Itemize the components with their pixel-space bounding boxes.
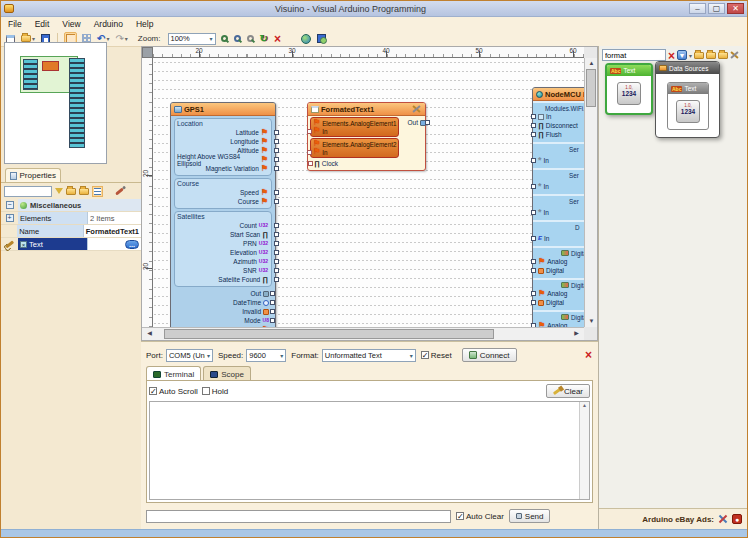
- checkbox-checked[interactable]: ✓: [421, 351, 429, 359]
- pin-row[interactable]: Analog: [533, 289, 584, 298]
- pin-row[interactable]: DateTime: [174, 298, 269, 307]
- property-row-name[interactable]: Name FormatedText1: [1, 225, 141, 238]
- pin-row[interactable]: In: [533, 208, 584, 217]
- pin-row[interactable]: Speed: [177, 188, 268, 197]
- zoom-original-button[interactable]: [246, 34, 255, 43]
- pin-icon[interactable]: [115, 187, 124, 195]
- pin-row[interactable]: In: [313, 148, 396, 156]
- scroll-left-arrow[interactable]: ◀: [144, 328, 155, 339]
- refresh-button[interactable]: [259, 33, 269, 45]
- pin-row[interactable]: SNR: [177, 266, 268, 275]
- pin-row[interactable]: Longitude: [177, 137, 268, 146]
- pin-connector[interactable]: [531, 291, 536, 296]
- clear-button[interactable]: Clear: [546, 384, 590, 398]
- pin-connector[interactable]: [531, 268, 536, 273]
- pin-row[interactable]: Digital: [533, 266, 584, 275]
- pin-connector[interactable]: [274, 232, 279, 237]
- pin-row[interactable]: Satelite Found: [177, 275, 268, 284]
- scrollbar-thumb[interactable]: [164, 329, 494, 339]
- palette-item-text[interactable]: Abc Text 1.0, 1234: [667, 82, 709, 130]
- properties-search-input[interactable]: [4, 186, 52, 197]
- pin-connector[interactable]: [274, 166, 279, 171]
- collapse-all-icon[interactable]: [79, 188, 89, 195]
- palette-result-text[interactable]: Abc Text 1.0, 1234: [605, 63, 653, 115]
- hold-checkbox[interactable]: Hold: [202, 387, 228, 396]
- pin-connector[interactable]: [274, 250, 279, 255]
- pin-connector[interactable]: [531, 210, 536, 215]
- categories-toggle-icon[interactable]: [92, 186, 103, 197]
- pin-row[interactable]: Course: [177, 197, 268, 206]
- pin-row[interactable]: Analog: [533, 257, 584, 266]
- scrollbar-thumb[interactable]: [586, 69, 596, 107]
- pin-row[interactable]: Flush: [533, 130, 584, 139]
- pin-row[interactable]: Out: [408, 118, 426, 127]
- pin-row[interactable]: Start Scan: [177, 230, 268, 239]
- ads-close-icon[interactable]: ●: [732, 514, 742, 524]
- pin-connector[interactable]: [531, 184, 536, 189]
- pin-row[interactable]: Azimuth: [177, 257, 268, 266]
- canvas-vertical-scrollbar[interactable]: ▲ ▼: [584, 58, 597, 327]
- pin-connector[interactable]: [274, 190, 279, 195]
- pin-connector[interactable]: [270, 318, 275, 323]
- pin-connector[interactable]: [274, 277, 279, 282]
- redo-button[interactable]: ▾: [114, 33, 128, 45]
- pin-connector[interactable]: [531, 123, 536, 128]
- tab-properties[interactable]: Properties: [5, 168, 61, 182]
- checkbox-checked[interactable]: ✓: [149, 387, 157, 395]
- minimize-button[interactable]: –: [689, 3, 706, 14]
- redo-dropdown-arrow[interactable]: ▾: [125, 35, 128, 42]
- scroll-right-arrow[interactable]: ▶: [571, 328, 582, 339]
- menu-help[interactable]: Help: [136, 19, 153, 29]
- pin-row[interactable]: Invalid: [174, 307, 269, 316]
- pin-connector[interactable]: [274, 139, 279, 144]
- auto-scroll-checkbox[interactable]: ✓ Auto Scroll: [149, 387, 198, 396]
- analog-element-1[interactable]: Elements.AnalogElement1 In: [310, 117, 399, 137]
- property-row-text[interactable]: × Text ...: [1, 238, 141, 251]
- component-gps1[interactable]: GPS1 Location Latitude Longitude Altitud…: [170, 102, 276, 327]
- design-minimap[interactable]: [4, 42, 107, 164]
- pin-row[interactable]: Count: [177, 221, 268, 230]
- text-component-icon[interactable]: 1.0, 1234: [617, 82, 641, 105]
- pin-connector[interactable]: [270, 300, 275, 305]
- export-button[interactable]: [316, 33, 327, 44]
- undo-dropdown-arrow[interactable]: ▾: [106, 35, 109, 42]
- maximize-button[interactable]: ▢: [708, 3, 725, 14]
- pin-connector[interactable]: [531, 259, 536, 264]
- pin-connector[interactable]: [274, 157, 279, 162]
- delete-button[interactable]: [273, 32, 282, 46]
- pin-row[interactable]: Mode: [174, 316, 269, 325]
- pin-row[interactable]: In: [533, 234, 584, 243]
- pin-connector[interactable]: [274, 199, 279, 204]
- pin-connector[interactable]: [274, 241, 279, 246]
- pin-connector[interactable]: [531, 132, 536, 137]
- auto-clear-checkbox[interactable]: ✓ Auto Clear: [456, 512, 504, 521]
- pin-connector[interactable]: [307, 129, 312, 134]
- pin-connector[interactable]: [531, 236, 536, 241]
- pin-row[interactable]: Clock: [314, 159, 423, 168]
- palette-search-input[interactable]: [602, 49, 666, 61]
- gps1-header[interactable]: GPS1: [171, 103, 275, 116]
- pin-connector[interactable]: [425, 120, 430, 125]
- tab-scope[interactable]: Scope: [203, 366, 251, 381]
- pin-connector[interactable]: [307, 150, 312, 155]
- scroll-up-arrow[interactable]: ▲: [585, 58, 598, 69]
- pin-connector[interactable]: [531, 114, 536, 119]
- terminal-output[interactable]: ▲: [149, 401, 590, 500]
- pin-connector[interactable]: [270, 309, 275, 314]
- menu-arduino[interactable]: Arduino: [94, 19, 123, 29]
- web-button[interactable]: [300, 33, 312, 45]
- checkbox-unchecked[interactable]: [202, 387, 210, 395]
- checkbox-checked[interactable]: ✓: [456, 512, 464, 520]
- scroll-up-arrow[interactable]: ▲: [582, 402, 587, 408]
- pin-connector[interactable]: [274, 148, 279, 153]
- pin-row[interactable]: Digital: [533, 298, 584, 307]
- send-input[interactable]: [146, 510, 451, 523]
- filter-icon[interactable]: [55, 188, 63, 194]
- text-component-icon[interactable]: 1.0, 1234: [676, 100, 700, 123]
- open-folder-icon[interactable]: [694, 52, 704, 59]
- disconnect-icon[interactable]: [585, 349, 592, 361]
- speed-combo[interactable]: 9600: [246, 349, 286, 362]
- menu-file[interactable]: File: [8, 19, 22, 29]
- formattedtext1-header[interactable]: FormatedText1: [308, 103, 425, 116]
- pin-row[interactable]: Disconnect: [533, 121, 584, 130]
